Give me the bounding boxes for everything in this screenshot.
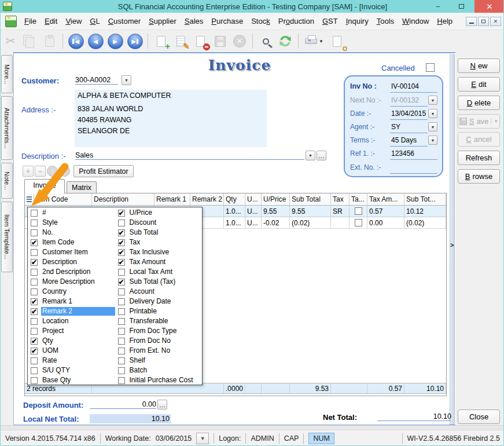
column-checkbox[interactable]	[118, 229, 125, 236]
menu-item-gst[interactable]: GST	[318, 14, 342, 28]
grid-cell[interactable]: U...	[245, 217, 262, 228]
description-dropdown-button[interactable]: ▼	[306, 151, 315, 160]
info-value[interactable]: IV-00104	[391, 82, 428, 90]
menu-item-purchase[interactable]: Purchase	[207, 14, 247, 28]
column-checkbox[interactable]	[118, 308, 125, 315]
grid-cell[interactable]: -0.02	[262, 217, 290, 228]
delete-record-icon[interactable]	[192, 32, 209, 50]
info-value[interactable]: IV-00132	[391, 96, 428, 104]
column-checkbox[interactable]	[118, 338, 125, 345]
info-value[interactable]: 13/04/2015	[391, 109, 428, 118]
new-record-icon[interactable]: +	[152, 32, 170, 50]
close-window-button[interactable]: ✕	[474, 0, 504, 13]
column-checkbox[interactable]	[118, 298, 125, 305]
grid-header-Tax Am...[interactable]: Tax Am...	[367, 193, 404, 205]
grid-cell[interactable]: SR	[331, 206, 350, 217]
menu-item-customer[interactable]: Customer	[104, 14, 145, 28]
column-checkbox[interactable]	[118, 288, 125, 295]
tab-invoice[interactable]: Invoice	[24, 179, 65, 193]
column-checkbox[interactable]	[31, 298, 38, 305]
column-menu-item[interactable]: More Description	[28, 277, 115, 287]
copy-icon[interactable]	[21, 32, 39, 50]
column-menu-item[interactable]: U/Price	[115, 208, 203, 218]
save-dropdown-icon[interactable]: ▼	[491, 119, 498, 124]
column-checkbox[interactable]	[31, 357, 38, 364]
grid-cell[interactable]	[350, 217, 367, 228]
grid-header-Description[interactable]: Description	[92, 193, 154, 205]
column-checkbox[interactable]	[118, 318, 125, 325]
column-menu-item[interactable]: Local Tax Amt	[115, 267, 203, 277]
menu-item-window[interactable]: Window	[398, 14, 433, 28]
column-checkbox[interactable]	[118, 269, 125, 276]
menu-item-edit[interactable]: Edit	[41, 14, 61, 28]
column-menu-item[interactable]: Country	[28, 287, 115, 297]
column-menu-item[interactable]: Remark 2	[28, 306, 115, 316]
menu-item-production[interactable]: Production	[274, 14, 318, 28]
column-menu-item[interactable]: Sub Total (Tax)	[115, 277, 203, 287]
menu-item-view[interactable]: View	[61, 14, 86, 28]
column-menu-item[interactable]: Tax Amount	[115, 257, 203, 267]
menu-item-gl[interactable]: GL	[86, 14, 104, 28]
column-checkbox[interactable]	[118, 328, 125, 335]
column-checkbox[interactable]	[118, 367, 125, 374]
cancelled-checkbox[interactable]	[426, 63, 435, 72]
grid-cell[interactable]: (0.02)	[290, 217, 331, 228]
deposit-more-button[interactable]: …	[157, 400, 167, 410]
deposit-amount-field[interactable]: 0.00	[90, 400, 156, 409]
grid-header-U/Price[interactable]: U/Price	[262, 193, 290, 205]
menu-item-sales[interactable]: Sales	[181, 14, 208, 28]
column-menu-item[interactable]: Tax Inclusive	[115, 247, 203, 257]
browse-button[interactable]: Browse	[458, 169, 500, 184]
column-checkbox[interactable]	[31, 367, 38, 374]
customer-dropdown-button[interactable]: ▼	[122, 75, 131, 85]
delete-button[interactable]: Delete	[458, 96, 500, 110]
column-checkbox[interactable]	[118, 279, 125, 286]
column-menu-item[interactable]: Account	[115, 287, 203, 297]
column-menu-item[interactable]: #	[28, 208, 115, 218]
tab-matrix[interactable]: Matrix	[67, 181, 97, 193]
column-checkbox[interactable]	[31, 259, 38, 266]
close-button[interactable]: Close	[458, 410, 500, 424]
column-checkbox[interactable]	[31, 269, 38, 276]
save-button[interactable]: Save▼	[458, 114, 500, 129]
column-checkbox[interactable]	[31, 348, 38, 354]
column-menu-item[interactable]: Tax	[115, 237, 203, 247]
paste-icon[interactable]	[41, 32, 58, 50]
menu-item-supplier[interactable]: Supplier	[145, 14, 181, 28]
grid-header-Sub Total[interactable]: Sub Total	[290, 193, 331, 205]
info-value[interactable]: SY	[391, 123, 428, 131]
profit-estimator-button[interactable]: Profit Estimator	[73, 165, 134, 177]
grid-cell[interactable]: U...	[245, 206, 262, 217]
column-menu-item[interactable]: Style	[28, 218, 115, 228]
column-checkbox[interactable]	[31, 249, 38, 256]
column-checkbox[interactable]	[31, 229, 38, 236]
column-checkbox[interactable]	[31, 338, 38, 345]
grid-cell[interactable]: 9.55	[290, 206, 331, 217]
info-dropdown-button[interactable]: ▼	[428, 96, 437, 105]
edit-button[interactable]: Edit	[458, 77, 500, 92]
cut-icon[interactable]: ✂	[2, 32, 19, 50]
description-field[interactable]: Sales	[75, 151, 304, 160]
column-checkbox[interactable]	[31, 318, 38, 325]
column-menu-item[interactable]: Description	[28, 257, 115, 267]
column-menu-item[interactable]: Batch	[115, 365, 203, 375]
column-menu-item[interactable]: No.	[28, 228, 115, 237]
grid-header-Tax[interactable]: Tax	[331, 193, 350, 205]
grid-cell[interactable]: 9.55	[262, 206, 290, 217]
column-menu-item[interactable]: From Doc No	[115, 336, 203, 346]
refresh-icon[interactable]	[277, 32, 294, 50]
sidebar-tab-more[interactable]: More...	[1, 55, 13, 93]
grid-header-Item Code[interactable]: Item Code	[34, 193, 92, 205]
column-checkbox[interactable]	[118, 210, 125, 217]
minimize-button[interactable]: –	[429, 0, 447, 13]
first-record-icon[interactable]: ◀	[67, 32, 84, 50]
sidebar-tab-item-template[interactable]: Item Template...	[1, 202, 13, 272]
column-menu-item[interactable]: Location	[28, 316, 115, 326]
column-menu-item[interactable]: Initial Purchase Cost	[115, 375, 203, 385]
column-checkbox[interactable]	[31, 377, 38, 384]
menu-item-file[interactable]: File	[20, 14, 41, 28]
cancel-button[interactable]: Cancel	[458, 132, 500, 147]
column-menu-item[interactable]: Discount	[115, 218, 203, 228]
column-checkbox[interactable]	[118, 220, 125, 226]
menu-item-stock[interactable]: Stock	[247, 14, 274, 28]
